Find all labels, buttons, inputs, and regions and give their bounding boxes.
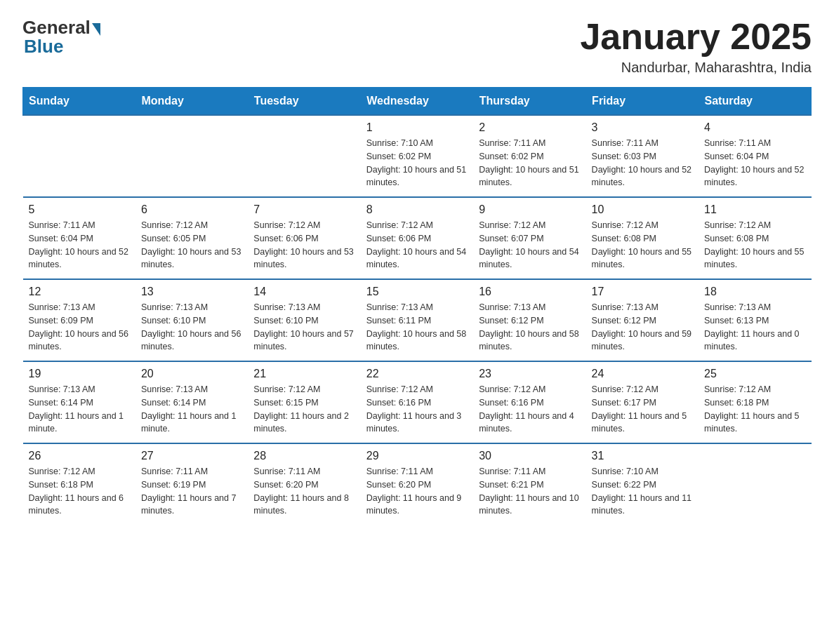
day-info: Sunrise: 7:12 AM Sunset: 6:16 PM Dayligh… xyxy=(479,383,580,436)
day-number: 29 xyxy=(366,450,468,462)
day-info: Sunrise: 7:13 AM Sunset: 6:09 PM Dayligh… xyxy=(29,301,130,354)
day-info: Sunrise: 7:11 AM Sunset: 6:20 PM Dayligh… xyxy=(366,465,468,518)
day-number: 5 xyxy=(29,203,130,216)
calendar-cell: 20Sunrise: 7:13 AM Sunset: 6:14 PM Dayli… xyxy=(135,361,248,443)
weekday-header-monday: Monday xyxy=(135,88,248,116)
day-info: Sunrise: 7:13 AM Sunset: 6:10 PM Dayligh… xyxy=(253,301,355,354)
calendar-cell: 25Sunrise: 7:12 AM Sunset: 6:18 PM Dayli… xyxy=(699,361,811,443)
day-info: Sunrise: 7:11 AM Sunset: 6:20 PM Dayligh… xyxy=(253,465,355,518)
day-info: Sunrise: 7:12 AM Sunset: 6:06 PM Dayligh… xyxy=(366,219,468,271)
calendar-cell: 1Sunrise: 7:10 AM Sunset: 6:02 PM Daylig… xyxy=(361,115,473,197)
day-number: 15 xyxy=(366,286,468,298)
day-info: Sunrise: 7:12 AM Sunset: 6:17 PM Dayligh… xyxy=(592,383,693,436)
day-number: 22 xyxy=(366,368,468,380)
day-number: 8 xyxy=(366,203,468,216)
calendar-week-row: 19Sunrise: 7:13 AM Sunset: 6:14 PM Dayli… xyxy=(23,361,812,443)
calendar-cell: 6Sunrise: 7:12 AM Sunset: 6:05 PM Daylig… xyxy=(135,197,248,279)
day-info: Sunrise: 7:13 AM Sunset: 6:14 PM Dayligh… xyxy=(141,383,242,436)
calendar-cell: 22Sunrise: 7:12 AM Sunset: 6:16 PM Dayli… xyxy=(361,361,473,443)
calendar-cell xyxy=(699,443,811,525)
weekday-header-sunday: Sunday xyxy=(23,88,135,116)
calendar-cell: 4Sunrise: 7:11 AM Sunset: 6:04 PM Daylig… xyxy=(699,115,811,197)
day-number: 10 xyxy=(592,203,693,216)
day-info: Sunrise: 7:13 AM Sunset: 6:13 PM Dayligh… xyxy=(704,301,805,354)
calendar-cell: 12Sunrise: 7:13 AM Sunset: 6:09 PM Dayli… xyxy=(23,279,135,361)
day-number: 17 xyxy=(592,286,693,298)
calendar-cell: 16Sunrise: 7:13 AM Sunset: 6:12 PM Dayli… xyxy=(473,279,585,361)
weekday-header-wednesday: Wednesday xyxy=(361,88,473,116)
title-block: January 2025 Nandurbar, Maharashtra, Ind… xyxy=(580,17,812,76)
day-info: Sunrise: 7:12 AM Sunset: 6:07 PM Dayligh… xyxy=(479,219,580,271)
calendar-cell: 5Sunrise: 7:11 AM Sunset: 6:04 PM Daylig… xyxy=(23,197,135,279)
day-info: Sunrise: 7:12 AM Sunset: 6:05 PM Dayligh… xyxy=(141,219,242,271)
day-info: Sunrise: 7:12 AM Sunset: 6:06 PM Dayligh… xyxy=(253,219,355,271)
day-info: Sunrise: 7:11 AM Sunset: 6:21 PM Dayligh… xyxy=(479,465,580,518)
calendar-cell: 14Sunrise: 7:13 AM Sunset: 6:10 PM Dayli… xyxy=(248,279,360,361)
location: Nandurbar, Maharashtra, India xyxy=(580,60,812,76)
day-info: Sunrise: 7:11 AM Sunset: 6:04 PM Dayligh… xyxy=(704,137,805,189)
calendar-cell: 11Sunrise: 7:12 AM Sunset: 6:08 PM Dayli… xyxy=(699,197,811,279)
day-number: 23 xyxy=(479,368,580,380)
weekday-header-tuesday: Tuesday xyxy=(248,88,360,116)
calendar-cell: 26Sunrise: 7:12 AM Sunset: 6:18 PM Dayli… xyxy=(23,443,135,525)
day-info: Sunrise: 7:10 AM Sunset: 6:02 PM Dayligh… xyxy=(366,137,468,189)
day-number: 4 xyxy=(704,121,805,134)
calendar-week-row: 26Sunrise: 7:12 AM Sunset: 6:18 PM Dayli… xyxy=(23,443,812,525)
day-number: 13 xyxy=(141,286,242,298)
day-info: Sunrise: 7:11 AM Sunset: 6:19 PM Dayligh… xyxy=(141,465,242,518)
day-number: 18 xyxy=(704,286,805,298)
day-info: Sunrise: 7:11 AM Sunset: 6:04 PM Dayligh… xyxy=(29,219,130,271)
day-number: 16 xyxy=(479,286,580,298)
day-number: 20 xyxy=(141,368,242,380)
calendar-cell: 17Sunrise: 7:13 AM Sunset: 6:12 PM Dayli… xyxy=(586,279,699,361)
calendar-cell: 15Sunrise: 7:13 AM Sunset: 6:11 PM Dayli… xyxy=(361,279,473,361)
calendar-cell: 28Sunrise: 7:11 AM Sunset: 6:20 PM Dayli… xyxy=(248,443,360,525)
calendar-cell xyxy=(135,115,248,197)
weekday-header-friday: Friday xyxy=(586,88,699,116)
day-info: Sunrise: 7:12 AM Sunset: 6:18 PM Dayligh… xyxy=(29,465,130,518)
calendar-week-row: 5Sunrise: 7:11 AM Sunset: 6:04 PM Daylig… xyxy=(23,197,812,279)
calendar-cell: 23Sunrise: 7:12 AM Sunset: 6:16 PM Dayli… xyxy=(473,361,585,443)
day-info: Sunrise: 7:11 AM Sunset: 6:03 PM Dayligh… xyxy=(592,137,693,189)
day-info: Sunrise: 7:12 AM Sunset: 6:08 PM Dayligh… xyxy=(592,219,693,271)
day-number: 27 xyxy=(141,450,242,462)
day-number: 26 xyxy=(29,450,130,462)
day-number: 9 xyxy=(479,203,580,216)
calendar-cell: 3Sunrise: 7:11 AM Sunset: 6:03 PM Daylig… xyxy=(586,115,699,197)
calendar-cell: 13Sunrise: 7:13 AM Sunset: 6:10 PM Dayli… xyxy=(135,279,248,361)
calendar-week-row: 1Sunrise: 7:10 AM Sunset: 6:02 PM Daylig… xyxy=(23,115,812,197)
calendar-cell: 19Sunrise: 7:13 AM Sunset: 6:14 PM Dayli… xyxy=(23,361,135,443)
calendar-cell: 27Sunrise: 7:11 AM Sunset: 6:19 PM Dayli… xyxy=(135,443,248,525)
page-header: General Blue January 2025 Nandurbar, Mah… xyxy=(22,17,812,76)
day-number: 21 xyxy=(253,368,355,380)
day-info: Sunrise: 7:12 AM Sunset: 6:16 PM Dayligh… xyxy=(366,383,468,436)
day-number: 28 xyxy=(253,450,355,462)
month-title: January 2025 xyxy=(580,17,812,57)
calendar-table: SundayMondayTuesdayWednesdayThursdayFrid… xyxy=(22,87,812,525)
day-number: 2 xyxy=(479,121,580,134)
day-info: Sunrise: 7:13 AM Sunset: 6:11 PM Dayligh… xyxy=(366,301,468,354)
day-info: Sunrise: 7:12 AM Sunset: 6:15 PM Dayligh… xyxy=(253,383,355,436)
weekday-header-row: SundayMondayTuesdayWednesdayThursdayFrid… xyxy=(23,88,812,116)
logo-blue-text: Blue xyxy=(24,36,63,58)
day-number: 19 xyxy=(29,368,130,380)
calendar-cell xyxy=(23,115,135,197)
calendar-cell xyxy=(248,115,360,197)
day-number: 14 xyxy=(253,286,355,298)
calendar-cell: 24Sunrise: 7:12 AM Sunset: 6:17 PM Dayli… xyxy=(586,361,699,443)
day-info: Sunrise: 7:10 AM Sunset: 6:22 PM Dayligh… xyxy=(592,465,693,518)
day-number: 3 xyxy=(592,121,693,134)
calendar-week-row: 12Sunrise: 7:13 AM Sunset: 6:09 PM Dayli… xyxy=(23,279,812,361)
calendar-cell: 7Sunrise: 7:12 AM Sunset: 6:06 PM Daylig… xyxy=(248,197,360,279)
day-info: Sunrise: 7:13 AM Sunset: 6:10 PM Dayligh… xyxy=(141,301,242,354)
calendar-cell: 21Sunrise: 7:12 AM Sunset: 6:15 PM Dayli… xyxy=(248,361,360,443)
calendar-cell: 29Sunrise: 7:11 AM Sunset: 6:20 PM Dayli… xyxy=(361,443,473,525)
calendar-cell: 10Sunrise: 7:12 AM Sunset: 6:08 PM Dayli… xyxy=(586,197,699,279)
day-info: Sunrise: 7:13 AM Sunset: 6:12 PM Dayligh… xyxy=(592,301,693,354)
calendar-cell: 8Sunrise: 7:12 AM Sunset: 6:06 PM Daylig… xyxy=(361,197,473,279)
day-number: 7 xyxy=(253,203,355,216)
calendar-cell: 9Sunrise: 7:12 AM Sunset: 6:07 PM Daylig… xyxy=(473,197,585,279)
day-number: 1 xyxy=(366,121,468,134)
calendar-cell: 31Sunrise: 7:10 AM Sunset: 6:22 PM Dayli… xyxy=(586,443,699,525)
calendar-cell: 2Sunrise: 7:11 AM Sunset: 6:02 PM Daylig… xyxy=(473,115,585,197)
